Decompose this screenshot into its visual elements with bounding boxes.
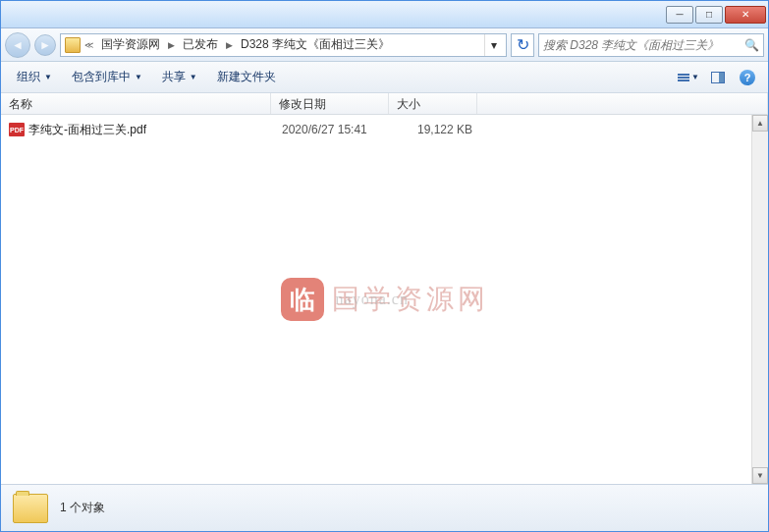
scroll-up-button[interactable]: ▲ <box>752 115 768 132</box>
include-menu[interactable]: 包含到库中▼ <box>64 66 150 88</box>
watermark-text: 国学资源网 <box>332 281 489 318</box>
back-button[interactable]: ◄ <box>5 32 30 58</box>
preview-icon <box>711 72 725 83</box>
nav-bar: ◄ ► ≪ 国学资源网 ▶ 已发布 ▶ D328 李纯文《面相过三关》 ▾ ↻ … <box>1 28 768 62</box>
search-icon: 🔍 <box>744 38 759 52</box>
explorer-window: ─ □ ✕ ◄ ► ≪ 国学资源网 ▶ 已发布 ▶ D328 李纯文《面相过三关… <box>0 0 769 532</box>
file-name: 李纯文-面相过三关.pdf <box>28 122 282 138</box>
column-name[interactable]: 名称 <box>1 93 271 114</box>
watermark-url: nayona.cn <box>336 291 409 308</box>
breadcrumb-item[interactable]: D328 李纯文《面相过三关》 <box>237 34 394 55</box>
vertical-scrollbar[interactable]: ▲ ▼ <box>751 115 768 484</box>
scroll-down-button[interactable]: ▼ <box>752 467 768 484</box>
chevron-icon: ≪ <box>82 40 95 50</box>
minimize-button[interactable]: ─ <box>666 6 693 24</box>
column-date[interactable]: 修改日期 <box>271 93 389 114</box>
view-options-button[interactable]: ▼ <box>676 67 701 88</box>
watermark: 临 国学资源网 nayona.cn <box>281 278 489 321</box>
chevron-right-icon: ▶ <box>166 40 177 50</box>
forward-button[interactable]: ► <box>34 34 56 56</box>
file-list[interactable]: PDF 李纯文-面相过三关.pdf 2020/6/27 15:41 19,122… <box>1 115 768 484</box>
status-bar: 1 个对象 <box>1 484 768 531</box>
breadcrumb-item[interactable]: 国学资源网 <box>97 34 164 55</box>
refresh-button[interactable]: ↻ <box>511 33 534 57</box>
watermark-badge: 临 <box>281 278 324 321</box>
chevron-down-icon: ▼ <box>135 73 142 81</box>
search-input[interactable] <box>543 38 744 52</box>
maximize-button[interactable]: □ <box>695 6 723 24</box>
column-spacer <box>477 93 768 114</box>
toolbar: 组织▼ 包含到库中▼ 共享▼ 新建文件夹 ▼ ? <box>1 62 768 93</box>
chevron-down-icon: ▼ <box>44 73 52 81</box>
column-headers: 名称 修改日期 大小 <box>1 93 768 115</box>
file-size: 19,122 KB <box>400 123 488 136</box>
column-size[interactable]: 大小 <box>389 93 477 114</box>
folder-icon <box>13 494 48 523</box>
file-date: 2020/6/27 15:41 <box>282 123 400 136</box>
address-dropdown[interactable]: ▾ <box>484 34 502 56</box>
list-view-icon <box>678 74 689 81</box>
help-icon: ? <box>740 70 755 85</box>
search-box[interactable]: 🔍 <box>538 33 764 57</box>
address-bar[interactable]: ≪ 国学资源网 ▶ 已发布 ▶ D328 李纯文《面相过三关》 ▾ <box>60 33 507 57</box>
pdf-icon: PDF <box>9 123 25 136</box>
help-button[interactable]: ? <box>735 67 760 88</box>
chevron-down-icon: ▼ <box>190 73 197 81</box>
organize-menu[interactable]: 组织▼ <box>9 66 60 88</box>
chevron-right-icon: ▶ <box>224 40 235 50</box>
breadcrumb-item[interactable]: 已发布 <box>179 34 222 55</box>
close-button[interactable]: ✕ <box>725 6 766 24</box>
file-row[interactable]: PDF 李纯文-面相过三关.pdf 2020/6/27 15:41 19,122… <box>1 119 768 140</box>
folder-icon <box>65 37 81 53</box>
preview-pane-button[interactable] <box>705 67 731 88</box>
share-menu[interactable]: 共享▼ <box>154 66 205 88</box>
new-folder-button[interactable]: 新建文件夹 <box>209 66 284 88</box>
chevron-down-icon: ▼ <box>691 73 699 81</box>
titlebar: ─ □ ✕ <box>1 1 768 28</box>
status-count: 1 个对象 <box>60 500 105 516</box>
